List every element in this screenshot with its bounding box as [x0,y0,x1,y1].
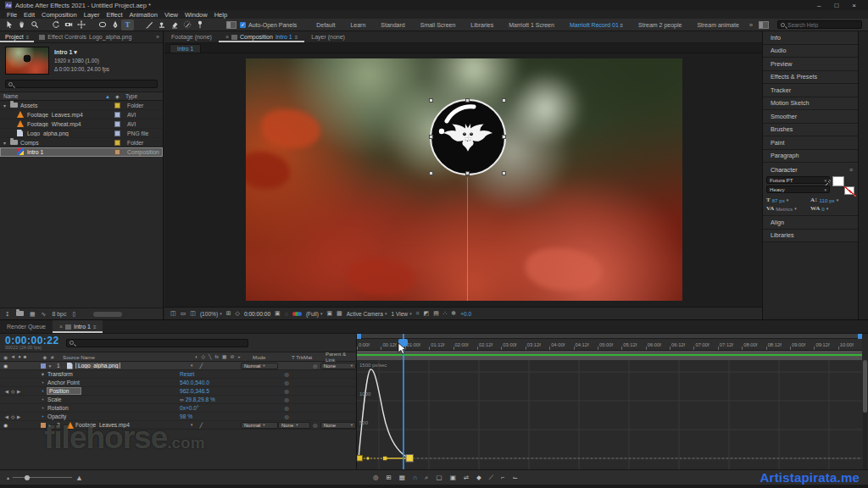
separate-dimensions-icon[interactable]: ⇌ [464,474,469,482]
workspace-tab[interactable]: Small Screen [413,22,464,28]
stopwatch-icon[interactable]: ◔ [25,388,47,394]
auto-zoom-icon[interactable]: ⌕ [425,474,428,482]
eraser-tool-icon[interactable] [168,19,181,30]
transparency-grid-icon[interactable]: ▩ [337,310,342,317]
tracking-control[interactable]: WA0▾ [810,205,854,212]
project-item-row[interactable]: ▾ Comps Folder [0,138,163,147]
blend-mode-dropdown[interactable]: Normal▾ [241,422,278,429]
text-tool-icon[interactable]: T [121,19,134,30]
fill-swatch[interactable] [832,176,844,186]
tab-render-queue[interactable]: Render Queue [0,320,53,333]
opacity-value[interactable]: 98 % [180,413,281,419]
zoom-knob[interactable] [25,475,30,480]
camera-tool-icon[interactable] [62,19,75,30]
scrollbar-vertical[interactable] [863,360,867,469]
reset-link[interactable]: Reset [180,371,194,377]
tab-project[interactable]: Project≡ [0,31,34,42]
workspace-overflow-icon[interactable]: » [749,21,753,29]
graph-editor-area[interactable]: 0:00f00:12f01:00f01:12f02:00f02:12f03:00… [357,334,868,469]
panel-header[interactable]: Smoother [763,110,858,124]
character-panel-title[interactable]: Character [771,166,798,174]
exposure-value[interactable]: +0.0 [460,311,471,317]
shy-icon[interactable]: ◐ [191,363,194,369]
panel-header[interactable]: Motion Sketch [763,97,858,111]
tab-timeline-comp[interactable]: × Intro 1 ≡ [53,320,103,333]
timeline-search-box[interactable] [66,339,248,347]
graph-type-icon[interactable]: ⊞ [387,474,392,482]
workspace-tab[interactable]: Stream 2 people [631,22,689,28]
label-color-swatch[interactable] [114,121,120,127]
pickwhip-icon[interactable]: ◎ [281,396,292,402]
stopwatch-icon[interactable]: ◔ [25,413,47,419]
anchor-point-row[interactable]: ◔ Anchor Point 540.0,540.0 ◎ [0,379,356,387]
font-style-dropdown[interactable]: Heavy▾ [766,186,830,193]
puppet-pin-tool-icon[interactable] [193,19,206,30]
close-button[interactable]: × [852,2,856,9]
scale-value[interactable]: 29.8,29.8 % [186,396,215,402]
label-color-swatch[interactable] [114,130,120,136]
viewport[interactable] [164,53,762,307]
panel-header[interactable]: Paragraph [763,150,858,164]
label-color-swatch[interactable] [114,112,120,118]
delete-icon[interactable]: ▯ [73,311,76,318]
ease-out-icon[interactable]: ⌙ [512,474,517,482]
scale-row[interactable]: ◔ Scale ∞29.8,29.8 % ◎ [0,396,356,404]
twirl-icon[interactable]: ▾ [3,103,10,108]
composition-canvas[interactable] [246,58,682,301]
leading-control[interactable]: A↕110 px▾ [810,197,854,203]
search-help-box[interactable] [777,20,862,29]
pan-behind-tool-icon[interactable] [75,19,87,30]
search-help-input[interactable] [787,22,855,28]
resolution-dropdown[interactable]: (Full)▾ [306,311,323,317]
share-view-icon[interactable]: ◫ [190,310,196,317]
link-icon[interactable]: ∞ [180,396,184,402]
rotation-value[interactable]: 0x+0.0° [180,405,281,411]
show-properties-icon[interactable]: ▦ [399,474,405,482]
view-layout-dropdown[interactable]: 1 View▾ [391,311,411,317]
tab-composition[interactable]: × Composition Intro 1 ≡ [219,31,304,42]
twirl-icon[interactable]: ▾ [25,371,47,378]
zoom-tool-icon[interactable] [28,19,41,30]
menu-item[interactable]: Window [181,11,211,19]
fill-stroke-swatches[interactable] [832,176,854,195]
selection-handle[interactable] [429,98,433,103]
graph-filter-icon[interactable]: ◎ [373,474,379,482]
panel-header[interactable]: Paint [763,136,858,150]
roto-brush-tool-icon[interactable] [181,19,193,30]
parent-dropdown[interactable]: None▾ [320,422,356,429]
panel-header[interactable]: Info [763,31,858,45]
minimize-button[interactable]: – [817,2,821,9]
keyframe-icon[interactable]: ◆ [476,474,481,482]
selection-handle[interactable] [502,98,506,103]
comp-thumbnail[interactable] [5,47,49,75]
pickwhip-icon[interactable]: ◎ [281,405,292,411]
keyframe-navigator[interactable]: ◀◇▶ [0,414,25,419]
workspace-tab[interactable]: Learn [342,22,373,28]
stroke-swatch[interactable] [844,186,854,195]
panel-header[interactable]: Align [763,216,858,230]
selection-handle[interactable] [502,135,506,139]
stopwatch-icon[interactable]: ◔ [25,380,47,385]
workspace-panel-icon[interactable] [226,21,236,29]
snap-icon[interactable]: ∩ [413,474,417,482]
eyedropper-icon[interactable] [825,178,831,186]
comp-name[interactable]: Intro 1 ▾ [54,47,109,57]
font-size-control[interactable]: T87 px▾ [766,197,810,203]
pickwhip-icon[interactable]: ◎ [281,413,292,419]
ease-in-icon[interactable]: ⌐ [501,474,504,482]
menu-item[interactable]: Animation [126,11,161,19]
fast-preview-icon[interactable]: ◩ [424,310,430,317]
project-item-row[interactable]: Intro 1 Composition [0,147,163,157]
project-item-row[interactable]: Logo_alpha.png PNG file [0,129,163,138]
workspace-tab[interactable]: Marriott Record 01 [562,22,631,28]
font-family-dropdown[interactable]: Futura PT▾ [766,176,830,184]
position-row[interactable]: ◀◇▶ ◔ Position 962.0,346.5 ◎ [0,387,356,396]
new-folder-icon[interactable] [16,311,24,317]
brush-tool-icon[interactable] [142,19,155,30]
panel-header[interactable]: Preview [763,58,858,71]
twirl-icon[interactable]: ▾ [3,140,10,146]
zoom-in-icon[interactable]: ▲ [75,474,83,482]
panel-header[interactable]: Brushes [763,124,858,137]
twirl-icon[interactable]: ▾ [49,363,58,369]
rotation-row[interactable]: ◔ Rotation 0x+0.0° ◎ [0,404,356,413]
